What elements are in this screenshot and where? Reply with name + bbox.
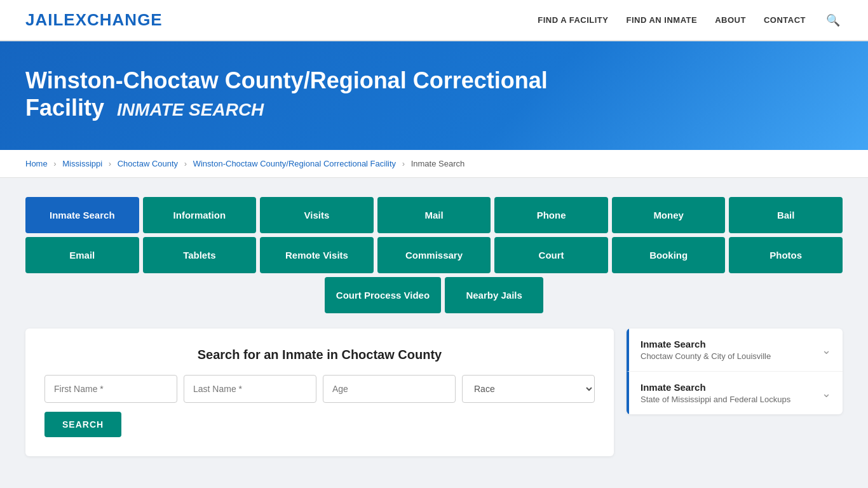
nav-contact[interactable]: CONTACT — [764, 15, 806, 25]
nav-buttons-row2: Email Tablets Remote Visits Commissary C… — [25, 237, 843, 273]
main-content: Inmate Search Information Visits Mail Ph… — [0, 178, 868, 475]
breadcrumb-sep-4: › — [402, 159, 405, 168]
btn-commissary[interactable]: Commissary — [377, 237, 491, 273]
btn-court-process-video[interactable]: Court Process Video — [325, 277, 441, 313]
sidebar-item-mississippi-title: Inmate Search — [641, 382, 790, 393]
sidebar-card: Inmate Search Choctaw County & City of L… — [627, 329, 843, 414]
logo-jail: JAIL — [25, 10, 64, 29]
search-icon-button[interactable]: 🔍 — [824, 11, 843, 30]
btn-court[interactable]: Court — [494, 237, 608, 273]
breadcrumb-choctaw[interactable]: Choctaw County — [118, 159, 178, 168]
hero-banner: Winston-Choctaw County/Regional Correcti… — [0, 41, 868, 150]
nav-find-inmate[interactable]: FIND AN INMATE — [626, 15, 697, 25]
nav-buttons-row3: Court Process Video Nearby Jails — [25, 277, 843, 313]
btn-booking[interactable]: Booking — [612, 237, 726, 273]
main-nav: FIND A FACILITY FIND AN INMATE ABOUT CON… — [538, 11, 843, 30]
search-panel: Search for an Inmate in Choctaw County R… — [25, 329, 614, 456]
search-button[interactable]: SEARCH — [44, 412, 121, 437]
sidebar-item-mississippi[interactable]: Inmate Search State of Mississippi and F… — [627, 372, 843, 414]
btn-inmate-search[interactable]: Inmate Search — [25, 197, 139, 233]
hero-title: Winston-Choctaw County/Regional Correcti… — [25, 67, 597, 121]
btn-tablets[interactable]: Tablets — [143, 237, 257, 273]
btn-information[interactable]: Information — [143, 197, 257, 233]
breadcrumb-sep-2: › — [109, 159, 111, 168]
btn-nearby-jails[interactable]: Nearby Jails — [445, 277, 543, 313]
btn-bail[interactable]: Bail — [729, 197, 843, 233]
search-panel-title: Search for an Inmate in Choctaw County — [44, 348, 595, 362]
breadcrumb-sep-3: › — [184, 159, 187, 168]
breadcrumb-mississippi[interactable]: Mississippi — [62, 159, 102, 168]
breadcrumb-current: Inmate Search — [411, 159, 465, 168]
btn-money[interactable]: Money — [612, 197, 726, 233]
btn-mail[interactable]: Mail — [377, 197, 491, 233]
header: JAILEXCHANGE FIND A FACILITY FIND AN INM… — [0, 0, 868, 41]
logo[interactable]: JAILEXCHANGE — [25, 10, 163, 30]
nav-buttons-row1: Inmate Search Information Visits Mail Ph… — [25, 197, 843, 233]
btn-phone[interactable]: Phone — [494, 197, 608, 233]
btn-remote-visits[interactable]: Remote Visits — [260, 237, 374, 273]
breadcrumb-facility[interactable]: Winston-Choctaw County/Regional Correcti… — [193, 159, 396, 168]
facility-name: Winston-Choctaw County/Regional Correcti… — [25, 67, 548, 121]
chevron-down-icon-2: ⌄ — [822, 386, 831, 400]
sidebar-item-choctaw-title: Inmate Search — [641, 339, 771, 349]
age-input[interactable] — [323, 375, 456, 403]
logo-exchange: EXCHANGE — [64, 10, 162, 29]
breadcrumb-sep-1: › — [53, 159, 56, 168]
btn-photos[interactable]: Photos — [729, 237, 843, 273]
last-name-input[interactable] — [184, 375, 316, 403]
sidebar-item-choctaw[interactable]: Inmate Search Choctaw County & City of L… — [627, 329, 843, 372]
race-select[interactable]: Race White Black Hispanic Asian Other — [462, 375, 595, 403]
breadcrumb: Home › Mississippi › Choctaw County › Wi… — [0, 150, 868, 178]
nav-find-facility[interactable]: FIND A FACILITY — [538, 15, 608, 25]
first-name-input[interactable] — [44, 375, 177, 403]
chevron-down-icon: ⌄ — [822, 343, 831, 357]
search-sidebar-layout: Search for an Inmate in Choctaw County R… — [25, 329, 843, 456]
sidebar: Inmate Search Choctaw County & City of L… — [627, 329, 843, 417]
search-fields: Race White Black Hispanic Asian Other — [44, 375, 595, 403]
breadcrumb-home[interactable]: Home — [25, 159, 48, 168]
btn-visits[interactable]: Visits — [260, 197, 374, 233]
btn-email[interactable]: Email — [25, 237, 139, 273]
sidebar-item-choctaw-subtitle: Choctaw County & City of Louisville — [641, 351, 771, 361]
sidebar-item-mississippi-subtitle: State of Mississippi and Federal Lockups — [641, 395, 790, 404]
nav-about[interactable]: ABOUT — [715, 15, 746, 25]
hero-subtitle: INMATE SEARCH — [117, 100, 264, 119]
